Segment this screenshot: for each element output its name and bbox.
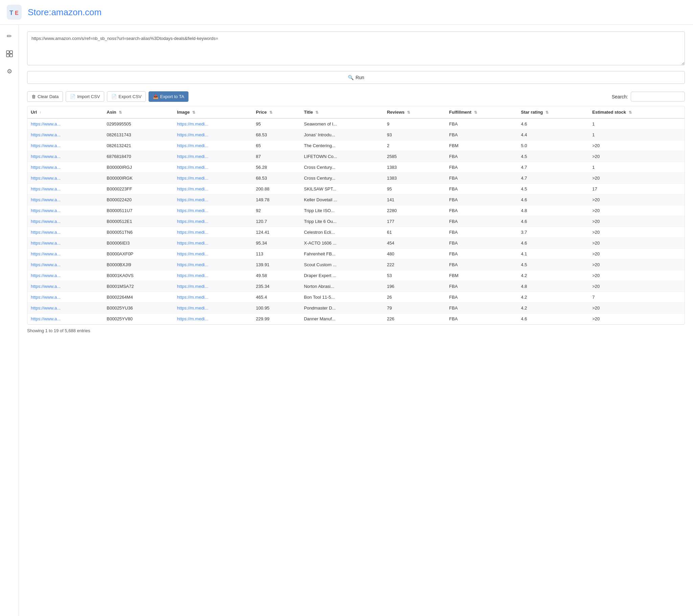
table-cell-2[interactable]: https://m.medi... [174, 292, 253, 303]
table-cell-3: 68.53 [253, 130, 300, 140]
table-cell-0[interactable]: https://www.a... [27, 259, 103, 270]
table-row: https://www.a...B000022420https://m.medi… [27, 195, 685, 205]
table-cell-6: FBA [446, 151, 517, 162]
sidebar-item-gear[interactable]: ⚙ [5, 67, 14, 76]
table-cell-2[interactable]: https://m.medi... [174, 281, 253, 292]
table-cell-0[interactable]: https://www.a... [27, 205, 103, 216]
clear-data-button[interactable]: 🗑 Clear Data [27, 91, 63, 102]
table-cell-7: 4.7 [518, 162, 589, 173]
table-cell-0[interactable]: https://www.a... [27, 195, 103, 205]
table-cell-6: FBA [446, 118, 517, 130]
sidebar-item-wand[interactable]: ✏ [5, 32, 14, 41]
table-row: https://www.a...B0001MSA72https://m.medi… [27, 281, 685, 292]
table-cell-2[interactable]: https://m.medi... [174, 130, 253, 140]
table-cell-0[interactable]: https://www.a... [27, 314, 103, 324]
table-cell-5: 26 [383, 292, 446, 303]
table-cell-0[interactable]: https://www.a... [27, 162, 103, 173]
table-row: https://www.a...0826131743https://m.medi… [27, 130, 685, 140]
col-estimated-stock[interactable]: Estimated stock ⇅ [589, 106, 685, 118]
table-cell-2[interactable]: https://m.medi... [174, 184, 253, 195]
fulfillment-sort-icon: ⇅ [474, 110, 477, 115]
table-cell-2[interactable]: https://m.medi... [174, 173, 253, 184]
table-cell-8: >20 [589, 303, 685, 314]
table-cell-2[interactable]: https://m.medi... [174, 259, 253, 270]
run-button[interactable]: 🔍 Run [27, 71, 685, 84]
table-cell-0[interactable]: https://www.a... [27, 173, 103, 184]
col-asin[interactable]: Asin ⇅ [103, 106, 174, 118]
table-cell-2[interactable]: https://m.medi... [174, 151, 253, 162]
table-cell-1: B0000AXF0P [103, 249, 174, 259]
table-cell-2[interactable]: https://m.medi... [174, 118, 253, 130]
col-title[interactable]: Title ⇅ [300, 106, 383, 118]
export-csv-button[interactable]: 📄 Export CSV [107, 91, 146, 102]
table-cell-0[interactable]: https://www.a... [27, 281, 103, 292]
col-price[interactable]: Price ⇅ [253, 106, 300, 118]
table-cell-0[interactable]: https://www.a... [27, 140, 103, 151]
table-cell-0[interactable]: https://www.a... [27, 216, 103, 227]
svg-text:T: T [9, 9, 13, 16]
table-cell-0[interactable]: https://www.a... [27, 303, 103, 314]
table-cell-7: 4.1 [518, 249, 589, 259]
search-area: Search: [612, 92, 685, 101]
table-cell-2[interactable]: https://m.medi... [174, 249, 253, 259]
search-label: Search: [612, 94, 628, 99]
table-cell-5: 9 [383, 118, 446, 130]
table-cell-3: 56.28 [253, 162, 300, 173]
table-cell-3: 87 [253, 151, 300, 162]
col-url[interactable]: Url ↑ [27, 106, 103, 118]
table-cell-1: 0295995505 [103, 118, 174, 130]
table-cell-6: FBM [446, 140, 517, 151]
table-row: https://www.a...B0000223FFhttps://m.medi… [27, 184, 685, 195]
table-cell-2[interactable]: https://m.medi... [174, 303, 253, 314]
table-cell-0[interactable]: https://www.a... [27, 238, 103, 249]
table-cell-0[interactable]: https://www.a... [27, 227, 103, 238]
export-csv-icon: 📄 [111, 94, 117, 99]
table-row: https://www.a...6876818470https://m.medi… [27, 151, 685, 162]
table-cell-8: 1 [589, 162, 685, 173]
col-star-rating[interactable]: Star rating ⇅ [518, 106, 589, 118]
col-reviews[interactable]: Reviews ⇅ [383, 106, 446, 118]
table-cell-0[interactable]: https://www.a... [27, 118, 103, 130]
table-cell-0[interactable]: https://www.a... [27, 130, 103, 140]
table-cell-6: FBA [446, 292, 517, 303]
table-cell-6: FBA [446, 238, 517, 249]
table-cell-2[interactable]: https://m.medi... [174, 162, 253, 173]
table-cell-3: 95 [253, 118, 300, 130]
table-cell-2[interactable]: https://m.medi... [174, 195, 253, 205]
table-cell-2[interactable]: https://m.medi... [174, 205, 253, 216]
table-cell-7: 4.5 [518, 151, 589, 162]
table-cell-2[interactable]: https://m.medi... [174, 140, 253, 151]
sidebar-item-grid[interactable] [5, 49, 14, 59]
col-image[interactable]: Image ⇅ [174, 106, 253, 118]
data-table-container: Url ↑ Asin ⇅ Image ⇅ Price ⇅ Title ⇅ [27, 106, 685, 325]
search-input[interactable] [631, 92, 685, 101]
table-cell-0[interactable]: https://www.a... [27, 292, 103, 303]
table-cell-8: >20 [589, 216, 685, 227]
table-cell-2[interactable]: https://m.medi... [174, 216, 253, 227]
table-cell-0[interactable]: https://www.a... [27, 184, 103, 195]
table-cell-0[interactable]: https://www.a... [27, 270, 103, 281]
table-cell-0[interactable]: https://www.a... [27, 151, 103, 162]
table-cell-2[interactable]: https://m.medi... [174, 314, 253, 324]
table-row: https://www.a...B00025YU36https://m.medi… [27, 303, 685, 314]
table-cell-2[interactable]: https://m.medi... [174, 238, 253, 249]
table-cell-1: 0826132421 [103, 140, 174, 151]
url-input[interactable]: https://www.amazon.com/s/ref=nb_sb_noss?… [27, 32, 685, 65]
clear-icon: 🗑 [32, 94, 36, 99]
table-cell-8: 7 [589, 292, 685, 303]
table-cell-4: Bon Tool 11-5... [300, 292, 383, 303]
table-cell-3: 65 [253, 140, 300, 151]
table-cell-2[interactable]: https://m.medi... [174, 270, 253, 281]
export-ta-button[interactable]: 📤 Export to TA [148, 91, 189, 102]
table-cell-1: B000022420 [103, 195, 174, 205]
table-cell-2[interactable]: https://m.medi... [174, 227, 253, 238]
col-fulfillment[interactable]: Fulfillment ⇅ [446, 106, 517, 118]
table-cell-4: Celestron Ecli... [300, 227, 383, 238]
svg-rect-0 [7, 5, 22, 20]
table-row: https://www.a...B0002264M4https://m.medi… [27, 292, 685, 303]
table-cell-0[interactable]: https://www.a... [27, 249, 103, 259]
import-csv-button[interactable]: 📄 Import CSV [66, 91, 104, 102]
table-cell-8: >20 [589, 151, 685, 162]
table-cell-8: >20 [589, 281, 685, 292]
table-cell-5: 141 [383, 195, 446, 205]
